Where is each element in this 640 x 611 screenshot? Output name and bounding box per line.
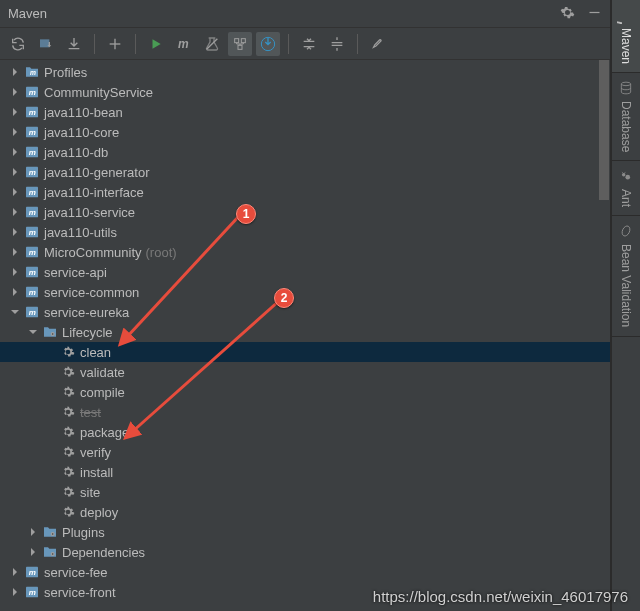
folder-gear-icon — [42, 544, 58, 560]
side-tab-label: Ant — [619, 189, 633, 207]
side-tab-bean-validation[interactable]: Bean Validation — [612, 216, 640, 336]
toggle-offline-icon[interactable] — [256, 32, 280, 56]
project-tree[interactable]: mProfilesmCommunityServicemjava110-beanm… — [0, 60, 610, 611]
svg-text:m: m — [178, 37, 189, 51]
svg-text:m: m — [29, 568, 36, 577]
panel-title: Maven — [8, 6, 560, 21]
tree-row[interactable]: mservice-api — [0, 262, 610, 282]
tree-row[interactable]: validate — [0, 362, 610, 382]
tree-label: java110-core — [44, 125, 119, 140]
toggle-skip-tests-icon[interactable] — [200, 32, 224, 56]
expander-icon[interactable] — [8, 285, 22, 299]
expander-icon[interactable] — [8, 85, 22, 99]
gear-icon — [60, 364, 76, 380]
tree-row[interactable]: install — [0, 462, 610, 482]
svg-text:m: m — [29, 108, 36, 117]
svg-text:m: m — [29, 188, 36, 197]
expander-icon — [44, 385, 58, 399]
gear-icon — [60, 484, 76, 500]
settings-icon[interactable] — [366, 32, 390, 56]
tree-row[interactable]: site — [0, 482, 610, 502]
expander-icon[interactable] — [8, 105, 22, 119]
expander-icon — [44, 425, 58, 439]
module-m-icon: m — [24, 164, 40, 180]
bean-icon — [619, 224, 633, 238]
tree-row[interactable]: deploy — [0, 502, 610, 522]
toolbar: m — [0, 28, 610, 60]
refresh-icon[interactable] — [6, 32, 30, 56]
expander-icon[interactable] — [8, 225, 22, 239]
tree-row[interactable]: test — [0, 402, 610, 422]
side-tab-maven[interactable]: mMaven — [612, 0, 640, 73]
tree-row[interactable]: mProfiles — [0, 62, 610, 82]
tree-row[interactable]: mjava110-core — [0, 122, 610, 142]
expander-icon[interactable] — [8, 245, 22, 259]
svg-line-49 — [624, 172, 625, 174]
expander-icon[interactable] — [26, 525, 40, 539]
expander-icon[interactable] — [8, 165, 22, 179]
separator — [288, 34, 289, 54]
tree-row[interactable]: verify — [0, 442, 610, 462]
tree-row[interactable]: package — [0, 422, 610, 442]
expander-icon[interactable] — [8, 305, 22, 319]
expand-all-icon[interactable] — [325, 32, 349, 56]
tree-row[interactable]: compile — [0, 382, 610, 402]
tree-row[interactable]: Lifecycle — [0, 322, 610, 342]
tree-row[interactable]: mjava110-generator — [0, 162, 610, 182]
tree-row[interactable]: mjava110-service — [0, 202, 610, 222]
side-tab-ant[interactable]: Ant — [612, 161, 640, 216]
module-m-icon: m — [24, 184, 40, 200]
gear-icon — [60, 464, 76, 480]
expander-icon[interactable] — [8, 205, 22, 219]
tree-label: java110-db — [44, 145, 108, 160]
tree-row[interactable]: mCommunityService — [0, 82, 610, 102]
module-m-icon: m — [24, 264, 40, 280]
tree-row[interactable]: mjava110-interface — [0, 182, 610, 202]
tree-row[interactable]: mservice-eureka — [0, 302, 610, 322]
svg-point-37 — [52, 533, 54, 535]
execute-goal-icon[interactable]: m — [172, 32, 196, 56]
gear-icon[interactable] — [560, 5, 575, 23]
scrollbar-thumb[interactable] — [599, 60, 609, 200]
expander-icon[interactable] — [26, 325, 40, 339]
tree-row[interactable]: mservice-fee — [0, 562, 610, 582]
expander-icon[interactable] — [8, 125, 22, 139]
tree-row[interactable]: clean — [0, 342, 610, 362]
tree-label: site — [80, 485, 100, 500]
add-icon[interactable] — [103, 32, 127, 56]
tree-label: CommunityService — [44, 85, 153, 100]
side-tab-label: Database — [619, 101, 633, 152]
expander-icon[interactable] — [8, 185, 22, 199]
expander-icon[interactable] — [8, 145, 22, 159]
tree-row[interactable]: Plugins — [0, 522, 610, 542]
expander-icon[interactable] — [8, 565, 22, 579]
tree-row[interactable]: mMicroCommunity(root) — [0, 242, 610, 262]
tree-label: clean — [80, 345, 111, 360]
expander-icon[interactable] — [8, 585, 22, 599]
tree-row[interactable]: Dependencies — [0, 542, 610, 562]
expander-icon — [44, 445, 58, 459]
tree-row[interactable]: mjava110-db — [0, 142, 610, 162]
show-dependencies-icon[interactable] — [228, 32, 252, 56]
expander-icon — [44, 345, 58, 359]
tree-row[interactable]: mjava110-bean — [0, 102, 610, 122]
generate-sources-icon[interactable] — [34, 32, 58, 56]
side-tab-database[interactable]: Database — [612, 73, 640, 161]
collapse-all-icon[interactable] — [297, 32, 321, 56]
minimize-icon[interactable] — [587, 5, 602, 23]
gear-icon — [60, 344, 76, 360]
scrollbar[interactable] — [598, 60, 610, 611]
tree-row[interactable]: mservice-common — [0, 282, 610, 302]
side-tab-label: Maven — [619, 28, 633, 64]
expander-icon[interactable] — [26, 545, 40, 559]
tree-label: test — [80, 405, 101, 420]
run-icon[interactable] — [144, 32, 168, 56]
download-icon[interactable] — [62, 32, 86, 56]
expander-icon[interactable] — [8, 265, 22, 279]
svg-text:m: m — [30, 69, 36, 76]
tree-row[interactable]: mjava110-utils — [0, 222, 610, 242]
expander-icon[interactable] — [8, 65, 22, 79]
tree-label: service-front — [44, 585, 116, 600]
expander-icon — [44, 465, 58, 479]
module-m-icon: m — [24, 284, 40, 300]
